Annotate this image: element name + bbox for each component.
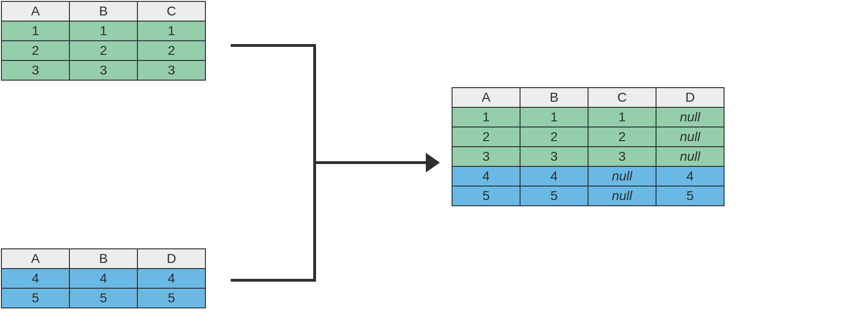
column-header: D <box>137 249 205 269</box>
cell: 1 <box>588 107 656 127</box>
cell: null <box>656 107 724 127</box>
cell: null <box>588 186 656 206</box>
cell: 4 <box>1 269 69 288</box>
column-header: B <box>520 88 588 107</box>
cell: 1 <box>1 21 69 41</box>
cell: 4 <box>656 166 724 186</box>
cell: 5 <box>137 288 205 308</box>
cell: 4 <box>452 166 520 186</box>
cell: 1 <box>137 21 205 41</box>
table-row: 2 2 2 null <box>452 127 724 147</box>
table-header-row: A B C <box>1 1 205 21</box>
cell: 2 <box>520 127 588 147</box>
result-table: A B C D 1 1 1 null 2 2 2 null 3 3 3 <box>452 87 725 206</box>
cell: 1 <box>69 21 137 41</box>
cell: 3 <box>137 60 205 80</box>
cell: 1 <box>520 107 588 127</box>
cell: 2 <box>1 41 69 60</box>
column-header: B <box>69 249 137 269</box>
table-row: 4 4 4 <box>1 269 205 288</box>
cell: 5 <box>69 288 137 308</box>
cell: 5 <box>656 186 724 206</box>
diagram-stage: A B C 1 1 1 2 2 2 3 3 3 <box>0 0 868 329</box>
column-header: A <box>1 249 69 269</box>
table-row: 3 3 3 null <box>452 147 724 166</box>
cell: 5 <box>1 288 69 308</box>
cell: 3 <box>520 147 588 166</box>
cell: 4 <box>520 166 588 186</box>
arrow-right-icon <box>316 161 437 164</box>
cell: 5 <box>452 186 520 206</box>
cell: 3 <box>1 60 69 80</box>
table-row: 5 5 5 <box>1 288 205 308</box>
table-row: 1 1 1 null <box>452 107 724 127</box>
cell: 3 <box>452 147 520 166</box>
cell: null <box>656 147 724 166</box>
merge-bracket-icon <box>219 44 315 282</box>
cell: 4 <box>69 269 137 288</box>
source-table-2: A B D 4 4 4 5 5 5 <box>1 248 206 308</box>
column-header: A <box>1 1 69 21</box>
cell: 5 <box>520 186 588 206</box>
cell: 2 <box>69 41 137 60</box>
column-header: C <box>588 88 656 107</box>
cell: 3 <box>588 147 656 166</box>
cell: null <box>656 127 724 147</box>
column-header: C <box>137 1 205 21</box>
column-header: B <box>69 1 137 21</box>
table-row: 1 1 1 <box>1 21 205 41</box>
cell: 4 <box>137 269 205 288</box>
table-row: 4 4 null 4 <box>452 166 724 186</box>
cell: 3 <box>69 60 137 80</box>
column-header: D <box>656 88 724 107</box>
cell: null <box>588 166 656 186</box>
table-row: 5 5 null 5 <box>452 186 724 206</box>
table-header-row: A B D <box>1 249 205 269</box>
cell: 2 <box>452 127 520 147</box>
cell: 1 <box>452 107 520 127</box>
source-table-1: A B C 1 1 1 2 2 2 3 3 3 <box>1 1 206 81</box>
table-row: 2 2 2 <box>1 41 205 60</box>
cell: 2 <box>137 41 205 60</box>
table-header-row: A B C D <box>452 88 724 107</box>
table-row: 3 3 3 <box>1 60 205 80</box>
cell: 2 <box>588 127 656 147</box>
column-header: A <box>452 88 520 107</box>
